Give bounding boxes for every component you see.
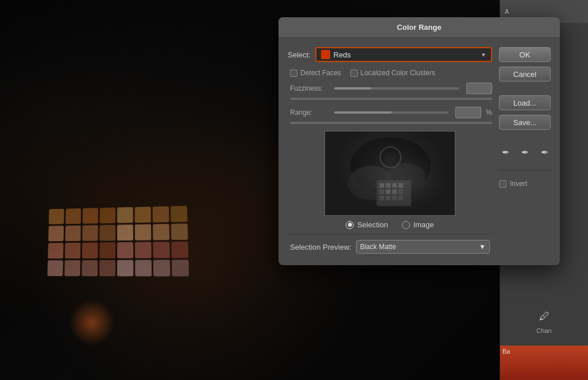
svg-rect-5 [380, 183, 384, 188]
color-pad-cell [47, 260, 63, 276]
color-pad-cell [65, 208, 81, 224]
range-slider-fill [334, 111, 392, 114]
color-pad-cell [117, 242, 133, 258]
svg-rect-8 [399, 183, 403, 188]
load-button[interactable]: Load... [499, 95, 551, 110]
color-pad-cell [171, 242, 188, 258]
select-row: Select: Reds ▼ [288, 47, 492, 62]
panel-eyedropper-icon[interactable]: 🖊 [539, 311, 550, 323]
detect-faces-checkbox[interactable] [290, 69, 297, 77]
range-label: Range: [290, 108, 327, 117]
cancel-button[interactable]: Cancel [499, 67, 551, 82]
fuzziness-slider-full-row [288, 98, 492, 100]
panel-ba-label: Ba [500, 346, 588, 357]
localized-color-checkbox[interactable] [350, 69, 358, 77]
svg-rect-6 [386, 183, 390, 188]
range-slider-track[interactable] [334, 111, 448, 114]
range-slider-full-row [288, 122, 492, 124]
svg-rect-4 [377, 180, 411, 206]
color-pad-cell [99, 242, 115, 258]
color-pad-cell [99, 225, 115, 241]
svg-point-17 [380, 147, 401, 168]
color-pad-cell [82, 225, 98, 241]
color-pad-cell [99, 260, 115, 276]
color-pad-cell [135, 224, 152, 241]
eyedropper-tools-row: ✒ ✒ ✒ [499, 146, 551, 158]
color-pad-cell [48, 243, 63, 258]
invert-row[interactable]: Invert [499, 177, 551, 190]
color-pad-cell [65, 243, 80, 259]
color-pad-cell [82, 260, 98, 276]
eyedropper-add-icon[interactable]: ✒ [519, 146, 531, 158]
color-pad-cell [153, 242, 169, 258]
color-pad-cell [171, 223, 188, 240]
svg-rect-15 [392, 196, 397, 200]
eyedropper-subtract-icon[interactable]: ✒ [538, 146, 551, 158]
color-pad-cell [117, 260, 133, 276]
dialog-title: Color Range [278, 17, 560, 38]
select-dropdown[interactable]: Reds ▼ [315, 47, 492, 62]
image-radio-item[interactable]: Image [402, 220, 434, 229]
color-pad-cell [172, 260, 189, 277]
selection-radio-dot [348, 223, 352, 227]
detect-faces-checkbox-item[interactable]: Detect Faces [290, 69, 341, 77]
svg-rect-16 [399, 196, 403, 200]
color-pad-cell [153, 260, 171, 277]
ok-button[interactable]: OK [499, 47, 551, 62]
select-label: Select: [288, 51, 311, 59]
svg-point-1 [350, 137, 431, 195]
selection-preview-dropdown[interactable]: Black Matte ▼ [356, 240, 490, 254]
panel-chan-label: Chan [536, 327, 551, 334]
svg-rect-11 [392, 189, 397, 194]
svg-rect-10 [386, 189, 390, 194]
selection-preview-row: Selection Preview: Black Matte ▼ [288, 234, 492, 256]
fuzziness-slider-full[interactable] [290, 98, 492, 100]
eyedropper-normal-icon[interactable]: ✒ [499, 146, 512, 158]
localized-color-checkbox-item[interactable]: Localized Color Clusters [350, 69, 435, 77]
invert-checkbox[interactable] [499, 180, 506, 188]
radio-row: Selection Image [288, 220, 492, 229]
fuzziness-slider-fill [334, 87, 372, 90]
range-row: Range: % [288, 107, 492, 118]
fuzziness-row: Fuzziness: [288, 83, 492, 94]
svg-rect-12 [399, 189, 403, 194]
spacer [499, 86, 551, 91]
selection-preview-label: Selection Preview: [290, 243, 351, 251]
preview-image [324, 131, 455, 216]
color-pad-cell [135, 242, 152, 258]
color-pad-cell [153, 224, 169, 240]
color-pad-cell [135, 260, 152, 277]
color-pad-cell [65, 226, 80, 241]
invert-label: Invert [510, 180, 527, 188]
select-color-swatch [321, 50, 330, 59]
spacer2 [499, 134, 551, 139]
svg-rect-13 [380, 196, 384, 200]
preview-container [288, 131, 492, 216]
save-button[interactable]: Save... [499, 115, 551, 130]
svg-rect-14 [386, 196, 390, 200]
svg-point-18 [385, 152, 396, 163]
dialog-sidebar: OK Cancel Load... Save... ✒ ✒ ✒ [499, 47, 551, 256]
color-pad-cell [153, 206, 169, 222]
color-pad-cell [82, 242, 98, 258]
color-pad-cell [135, 207, 151, 223]
selection-radio[interactable] [346, 221, 354, 229]
svg-point-2 [348, 166, 394, 200]
color-pad-cell [48, 226, 64, 241]
fuzziness-label: Fuzziness: [290, 84, 327, 92]
color-pad-cell [49, 209, 64, 224]
selection-radio-label: Selection [357, 220, 388, 229]
image-radio[interactable] [402, 221, 410, 229]
selection-radio-item[interactable]: Selection [346, 220, 388, 229]
svg-rect-7 [392, 183, 397, 188]
color-range-dialog: Color Range Select: Reds ▼ Detect Faces [278, 17, 560, 265]
svg-rect-0 [325, 131, 455, 216]
range-input[interactable] [455, 107, 481, 118]
sidebar-divider [499, 170, 551, 170]
range-slider-full[interactable] [290, 122, 492, 124]
fuzziness-input[interactable] [466, 83, 492, 94]
panel-bottom-strip: Ba [500, 346, 588, 380]
dropdown-arrow-icon: ▼ [481, 52, 486, 58]
fuzziness-slider-track[interactable] [334, 87, 459, 90]
color-pad-cell [171, 206, 188, 222]
